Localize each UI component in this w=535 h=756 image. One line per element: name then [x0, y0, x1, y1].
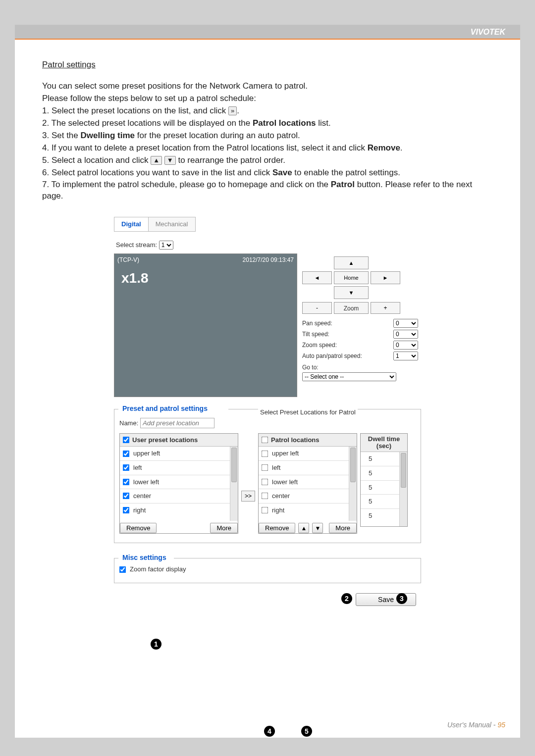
- stream-label: Select stream:: [116, 241, 157, 249]
- tab-digital[interactable]: Digital: [114, 217, 149, 232]
- tab-mechanical[interactable]: Mechanical: [148, 217, 195, 232]
- list-item[interactable]: right: [272, 506, 284, 515]
- preset-select-all-checkbox[interactable]: [123, 437, 130, 444]
- video-preview: (TCP-V) 2012/7/20 09:13:47 x1.8: [114, 253, 297, 397]
- step-4: 4. If you want to delete a preset locati…: [42, 143, 493, 154]
- list-item[interactable]: center: [133, 492, 151, 501]
- page-footer: User's Manual - 95: [447, 721, 505, 729]
- stream-select[interactable]: 1: [159, 241, 173, 250]
- section-title: Patrol settings: [42, 59, 493, 71]
- preset-item-checkbox[interactable]: [123, 493, 130, 500]
- patrol-locations-list: Patrol locations upper left left lower l…: [258, 433, 357, 534]
- pan-speed-label: Pan speed:: [302, 319, 332, 327]
- instructions: You can select some preset positions for…: [42, 81, 493, 202]
- preset-patrol-legend: Preset and patrol settings: [119, 404, 211, 413]
- step-7: 7. To implement the patrol schedule, ple…: [42, 179, 493, 202]
- list-item[interactable]: left: [272, 463, 280, 472]
- zoom-speed-select[interactable]: 0: [393, 341, 418, 350]
- step-2: 2. The selected preset locations will be…: [42, 118, 493, 129]
- preset-more-button[interactable]: More: [210, 523, 238, 533]
- preset-name-input[interactable]: [140, 418, 214, 428]
- video-timestamp: 2012/7/20 09:13:47: [243, 256, 294, 264]
- list-item[interactable]: upper left: [272, 449, 299, 458]
- down-arrow-icon: ▼: [164, 156, 176, 165]
- patrol-item-checkbox[interactable]: [262, 464, 268, 471]
- footer-page: 95: [497, 721, 505, 729]
- list-item[interactable]: right: [133, 506, 146, 515]
- dwell-header-2: (sec): [376, 443, 391, 450]
- scrollbar[interactable]: [349, 447, 357, 521]
- transfer-button[interactable]: >>: [241, 491, 255, 502]
- zoom-factor-label: Zoom factor display: [130, 565, 186, 574]
- tabs: Digital Mechanical: [114, 217, 196, 232]
- preset-item-checkbox[interactable]: [123, 507, 130, 514]
- list-item[interactable]: lower left: [133, 478, 159, 487]
- patrol-item-checkbox[interactable]: [262, 478, 268, 485]
- up-arrow-icon: ▲: [151, 156, 162, 165]
- patrol-item-checkbox[interactable]: [262, 493, 268, 500]
- home-button[interactable]: Home: [334, 271, 369, 284]
- auto-speed-select[interactable]: 1: [393, 352, 418, 360]
- pan-right-button[interactable]: ►: [371, 271, 400, 284]
- settings-panel: Digital Mechanical Select stream: 1 (TCP…: [114, 217, 421, 606]
- select-patrol-label: Select Preset Locations for Patrol: [258, 408, 358, 417]
- zoom-label: Zoom: [334, 302, 369, 314]
- dwell-time-list: Dwell time(sec) 5 5 5 5 5: [360, 433, 408, 527]
- patrol-select-all-checkbox[interactable]: [262, 437, 268, 444]
- zoom-in-button[interactable]: +: [371, 302, 400, 314]
- patrol-header: Patrol locations: [271, 436, 320, 445]
- intro-line-2: Please follow the steps below to set up …: [42, 93, 493, 104]
- reorder-up-button[interactable]: ▲: [298, 523, 309, 533]
- preset-remove-button[interactable]: Remove: [120, 523, 157, 533]
- dwell-header-1: Dwell time: [368, 436, 400, 443]
- stream-row: Select stream: 1: [116, 241, 421, 250]
- footer-label: User's Manual -: [447, 721, 497, 729]
- video-zoom-factor: x1.8: [121, 269, 149, 288]
- step-1: 1. Select the preset locations on the li…: [42, 105, 493, 117]
- callout-5: 5: [301, 726, 312, 737]
- auto-speed-label: Auto pan/patrol speed:: [302, 352, 362, 360]
- list-item[interactable]: upper left: [133, 449, 160, 458]
- misc-legend: Misc settings: [119, 553, 169, 562]
- pan-left-button[interactable]: ◄: [302, 271, 332, 284]
- zoom-out-button[interactable]: -: [302, 302, 332, 314]
- brand: VIVOTEK: [471, 28, 505, 37]
- callout-4: 4: [264, 726, 275, 737]
- misc-settings-fieldset: Misc settings Zoom factor display: [114, 558, 421, 583]
- video-protocol: (TCP-V): [117, 256, 139, 264]
- list-item[interactable]: center: [272, 492, 290, 501]
- name-label: Name:: [119, 419, 138, 427]
- ptz-controls: ▲ ◄ Home ► ▼ - Zoom + Pan speed:0: [302, 253, 421, 397]
- user-preset-list: User preset locations upper left left lo…: [119, 433, 238, 534]
- patrol-remove-button[interactable]: Remove: [259, 523, 295, 533]
- patrol-more-button[interactable]: More: [329, 523, 357, 533]
- reorder-down-button[interactable]: ▼: [312, 523, 323, 533]
- preset-item-checkbox[interactable]: [123, 478, 130, 485]
- step-5: 5. Select a location and click ▲ ▼ to re…: [42, 155, 493, 166]
- goto-label: Go to:: [302, 363, 421, 371]
- transfer-icon: »: [228, 106, 237, 115]
- callout-1: 1: [151, 639, 161, 650]
- list-item[interactable]: lower left: [272, 478, 298, 487]
- patrol-item-checkbox[interactable]: [262, 507, 268, 514]
- zoom-speed-label: Zoom speed:: [302, 341, 337, 349]
- goto-select[interactable]: -- Select one --: [302, 372, 396, 381]
- scrollbar[interactable]: [399, 452, 407, 526]
- tilt-down-button[interactable]: ▼: [334, 286, 369, 299]
- scrollbar[interactable]: [230, 447, 238, 521]
- tilt-speed-select[interactable]: 0: [393, 330, 418, 339]
- preset-item-checkbox[interactable]: [123, 450, 130, 457]
- patrol-item-checkbox[interactable]: [262, 450, 268, 457]
- tilt-up-button[interactable]: ▲: [334, 256, 369, 269]
- zoom-factor-option[interactable]: Zoom factor display: [119, 565, 416, 574]
- step-3: 3. Set the Dwelling time for the preset …: [42, 130, 493, 142]
- header-bar: VIVOTEK: [15, 25, 520, 40]
- zoom-factor-checkbox[interactable]: [119, 566, 126, 573]
- intro-line-1: You can select some preset positions for…: [42, 81, 493, 92]
- pan-speed-select[interactable]: 0: [393, 319, 418, 328]
- preset-patrol-fieldset: Preset and patrol settings Select Preset…: [114, 409, 421, 544]
- tilt-speed-label: Tilt speed:: [302, 330, 329, 338]
- preset-item-checkbox[interactable]: [123, 464, 130, 471]
- list-item[interactable]: left: [133, 463, 142, 472]
- step-6: 6. Select patrol locations you want to s…: [42, 167, 493, 179]
